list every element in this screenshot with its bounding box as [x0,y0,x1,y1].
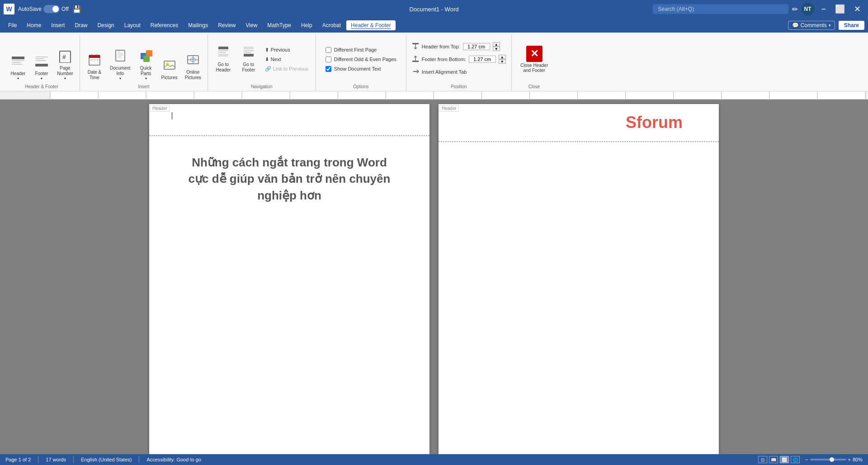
ribbon-navigation-content: Go to Header Go to Footer ⬆ Previous [212,36,312,82]
header-spin-down[interactable]: ▼ [493,47,500,51]
zoom-in-icon[interactable]: + [848,457,851,462]
ribbon-group-position: Header from Top: ▲ ▼ Footer from Bottom:… [406,34,512,91]
ribbon: Header ▾ Footer ▾ # Page Number ▾ Header… [0,33,868,91]
menu-header-footer[interactable]: Header & Footer [346,20,396,30]
menu-view[interactable]: View [241,20,262,30]
menu-review[interactable]: Review [213,20,240,30]
comments-icon: 💬 [792,22,799,28]
footer-spin-up[interactable]: ▲ [499,55,506,59]
autosave-label: AutoSave [18,6,42,12]
menu-mailings[interactable]: Mailings [184,20,212,30]
close-button[interactable]: ✕ [850,2,864,16]
goto-footer-button[interactable]: Go to Footer [237,44,260,75]
window-controls: − ⬜ ✕ [818,2,865,16]
zoom-out-icon[interactable]: − [805,457,808,462]
restore-button[interactable]: ⬜ [831,2,849,16]
footer-dropdown-icon: ▾ [41,76,42,81]
comments-label: Comments [801,22,827,28]
sforum-text: Sforum [461,109,696,137]
ruler-inner [50,91,866,99]
different-odd-even-checkbox[interactable]: Different Odd & Even Pages [324,56,398,63]
footer-spin-down[interactable]: ▼ [499,59,506,64]
comments-button[interactable]: 💬 Comments ▾ [788,21,835,30]
previous-icon: ⬆ [265,47,269,53]
link-to-previous-button[interactable]: 🔗 Link to Previous [262,65,312,73]
footer-from-bottom-input[interactable] [469,56,496,63]
menu-draw[interactable]: Draw [70,20,92,30]
next-label: Next [271,57,281,62]
ribbon-group-navigation: Go to Header Go to Footer ⬆ Previous [208,34,316,91]
different-odd-even-label: Different Odd & Even Pages [334,57,396,62]
menu-layout[interactable]: Layout [120,20,145,30]
menu-mathtype[interactable]: MathType [263,20,296,30]
search-input[interactable] [653,4,788,14]
share-button[interactable]: Share [839,21,864,30]
next-button[interactable]: ⬇ Next [262,55,312,64]
save-icon[interactable]: 💾 [72,5,81,14]
different-odd-even-input[interactable] [326,57,331,62]
autosave-switch[interactable] [43,5,60,13]
print-layout-icon[interactable]: ⬜ [780,456,789,463]
show-document-text-input[interactable] [326,66,331,72]
menu-file[interactable]: File [4,20,21,30]
header-from-top-row: Header from Top: ▲ ▼ [410,41,502,52]
focus-icon[interactable]: ⊡ [758,456,767,463]
different-first-page-input[interactable] [326,47,331,53]
view-icons: ⊡ 📖 ⬜ 🌐 [758,456,800,463]
menu-acrobat[interactable]: Acrobat [318,20,345,30]
document-info-button[interactable]: i Document Info ▾ [107,47,133,82]
read-mode-icon[interactable]: 📖 [769,456,778,463]
goto-footer-label: Go to Footer [242,62,255,73]
different-first-page-checkbox[interactable]: Different First Page [324,46,379,54]
accessibility: Accessibility: Good to go [146,457,201,462]
svg-rect-7 [35,64,48,66]
document-title: Document1 - Word [291,6,578,13]
header-button[interactable]: Header ▾ [7,54,29,82]
insert-alignment-tab-button[interactable]: Insert Alignment Tab [410,66,508,77]
ruler [0,91,868,100]
svg-rect-31 [218,47,228,49]
document-info-label: Document Info [110,66,131,76]
menu-design[interactable]: Design [93,20,118,30]
language: English (United States) [81,457,132,462]
menu-references[interactable]: References [146,20,183,30]
show-document-text-checkbox[interactable]: Show Document Text [324,65,383,73]
quick-parts-dropdown-icon: ▾ [145,76,147,81]
previous-button[interactable]: ⬆ Previous [262,46,312,54]
footer-button[interactable]: Footer ▾ [31,54,52,82]
goto-header-button[interactable]: Go to Header [212,44,235,75]
ribbon-group-content: Header ▾ Footer ▾ # Page Number ▾ [7,36,76,82]
online-pictures-button[interactable]: Online Pictures [182,52,204,82]
autosave-toggle[interactable]: AutoSave Off [18,5,69,13]
quick-parts-button[interactable]: Quick Parts ▾ [135,47,157,82]
close-header-footer-button[interactable]: ✕ Close Header and Footer [516,43,552,76]
header-from-top-input[interactable] [463,43,490,50]
page1-header-label: Header [150,105,170,112]
menu-insert[interactable]: Insert [47,20,69,30]
pictures-button[interactable]: Pictures [159,57,180,82]
page2-header-area[interactable]: Header Sforum [439,104,719,142]
header-spin-up[interactable]: ▲ [493,42,500,47]
page-number-button[interactable]: # Page Number ▾ [54,48,76,82]
header-from-top-label: Header from Top: [422,44,460,49]
footer-spin-buttons: ▲ ▼ [499,55,506,64]
online-pictures-label: Online Pictures [185,70,201,81]
avatar: NT [802,3,814,15]
comments-dropdown-icon: ▾ [829,23,831,28]
zoom-slider[interactable] [810,459,846,460]
link-icon: 🔗 [265,66,271,72]
svg-rect-41 [412,61,419,62]
menu-home[interactable]: Home [22,20,46,30]
ribbon-insert-content: Date & Time i Document Info ▾ Quick Part… [84,36,204,82]
minimize-button[interactable]: − [818,2,830,16]
goto-footer-icon [242,46,255,61]
page1-header-area[interactable]: Header [149,104,429,136]
footer-from-bottom-label: Footer from Bottom: [422,57,466,62]
menu-help[interactable]: Help [297,20,317,30]
svg-rect-35 [244,47,254,49]
web-layout-icon[interactable]: 🌐 [791,456,800,463]
date-time-button[interactable]: Date & Time [84,52,105,82]
page-info: Page 1 of 2 [5,457,31,462]
ribbon-group-label-close: Close [528,82,540,89]
footer-from-bottom-row: Footer from Bottom: ▲ ▼ [410,54,508,65]
